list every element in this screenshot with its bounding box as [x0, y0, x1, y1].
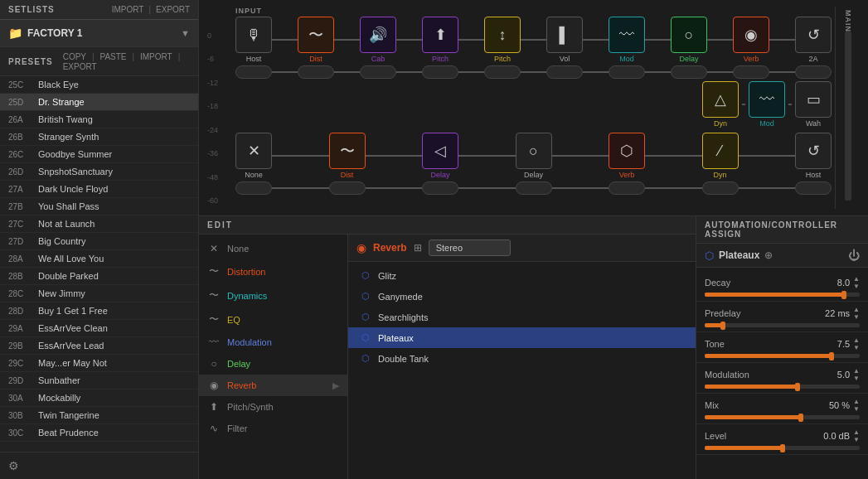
- param-stepper-level[interactable]: ▲▼: [853, 428, 860, 443]
- param-thumb-tone[interactable]: [829, 352, 834, 360]
- fx-cat-reverb[interactable]: ◉Reverb▶: [199, 375, 347, 396]
- setlists-import-button[interactable]: IMPORT: [112, 5, 144, 14]
- param-thumb-mix[interactable]: [798, 414, 803, 422]
- fx-slot-vol[interactable]: ▌Vol: [546, 17, 583, 63]
- fx-slot-pitch2[interactable]: ↕Pitch: [484, 17, 521, 63]
- presets-export-button[interactable]: EXPORT: [63, 62, 97, 71]
- preset-item[interactable]: 27ADark Uncle Floyd: [0, 181, 198, 198]
- bypass-pill[interactable]: [702, 181, 739, 195]
- bypass-pill[interactable]: [360, 65, 396, 79]
- bypass-pill[interactable]: [546, 65, 583, 79]
- preset-item[interactable]: 26BStranger Synth: [0, 128, 198, 146]
- bypass-pill[interactable]: [795, 181, 832, 195]
- fx-preset-searchlights[interactable]: ⬡Searchlights: [348, 307, 696, 327]
- preset-item[interactable]: 29CMay...er May Not: [0, 355, 198, 372]
- preset-item[interactable]: 28AWe All Love You: [0, 250, 198, 268]
- param-thumb-decay[interactable]: [841, 291, 846, 299]
- presets-copy-button[interactable]: COPY: [63, 52, 86, 61]
- bypass-pill[interactable]: [235, 181, 272, 195]
- fx-preset-plateaux[interactable]: ⬡Plateaux: [348, 327, 696, 348]
- param-stepper-tone[interactable]: ▲▼: [853, 336, 860, 351]
- presets-import-button[interactable]: IMPORT: [140, 52, 172, 61]
- setlists-export-button[interactable]: EXPORT: [156, 5, 190, 14]
- fx-slot-none[interactable]: ✕None: [235, 133, 272, 179]
- fx-cat-modulation[interactable]: 〰Modulation: [199, 331, 347, 353]
- preset-item[interactable]: 28DBuy 1 Get 1 Free: [0, 302, 198, 320]
- fx-slot-delay[interactable]: ○Delay: [671, 17, 707, 63]
- fx-slot-verb2[interactable]: ⬡Verb: [609, 133, 645, 179]
- preset-item[interactable]: 27BYou Shall Pass: [0, 198, 198, 215]
- fx-cat-pitch_synth[interactable]: ⬆Pitch/Synth: [199, 396, 347, 418]
- bypass-pill[interactable]: [733, 65, 769, 79]
- bypass-pill[interactable]: [329, 181, 366, 195]
- fx-slot-dist1[interactable]: 〜Dist: [298, 17, 334, 63]
- bypass-pill[interactable]: [609, 181, 645, 195]
- bypass-pill[interactable]: [671, 65, 707, 79]
- bypass-pill[interactable]: [422, 181, 458, 195]
- fx-slot-mod[interactable]: 〰Mod: [609, 17, 645, 63]
- preset-item[interactable]: 28CNew Jimmy: [0, 285, 198, 302]
- param-bar-mix[interactable]: [705, 415, 860, 419]
- fx-cat-none[interactable]: ✕None: [199, 238, 347, 259]
- fx-slot-host[interactable]: 🎙Host: [235, 17, 272, 63]
- preset-item[interactable]: 27CNot at Launch: [0, 215, 198, 233]
- fx-preset-glitz[interactable]: ⬡Glitz: [348, 265, 696, 286]
- preset-item[interactable]: 30AMockabilly: [0, 389, 198, 407]
- preset-item[interactable]: 25DDr. Strange: [0, 94, 198, 111]
- param-thumb-predelay[interactable]: [720, 322, 725, 330]
- bypass-pill[interactable]: [298, 65, 334, 79]
- param-bar-decay[interactable]: [705, 293, 860, 297]
- fx-slot-host2[interactable]: ↺Host: [795, 133, 832, 179]
- preset-item[interactable]: 27DBig Country: [0, 233, 198, 250]
- param-stepper-predelay[interactable]: ▲▼: [853, 306, 860, 321]
- param-stepper-modulation[interactable]: ▲▼: [853, 367, 860, 382]
- fx-slot-dist2[interactable]: 〜Dist: [329, 133, 366, 179]
- preset-item[interactable]: 29AEssArrVee Clean: [0, 320, 198, 337]
- factory-row[interactable]: 📁 FACTORY 1 ▼: [0, 20, 198, 47]
- preset-item[interactable]: 26DSnpshotSanctuary: [0, 163, 198, 181]
- fx-cat-delay[interactable]: ○Delay: [199, 353, 347, 375]
- param-thumb-level[interactable]: [780, 444, 785, 452]
- fx-slot-delay2[interactable]: ◁Delay: [422, 133, 458, 179]
- preset-item[interactable]: 29BEssArrVee Lead: [0, 337, 198, 355]
- fx-cat-distortion[interactable]: 〜Distortion: [199, 259, 347, 283]
- param-thumb-modulation[interactable]: [795, 383, 800, 391]
- bypass-pill[interactable]: [516, 181, 552, 195]
- fx-cat-filter[interactable]: ∿Filter: [199, 418, 347, 439]
- stereo-mode-select[interactable]: Stereo Mono Stereo-Stereo: [429, 240, 511, 256]
- fx-slot-verb[interactable]: ◉Verb: [733, 17, 769, 63]
- link-icon[interactable]: ⊕: [764, 249, 773, 261]
- preset-item[interactable]: 29DSunbather: [0, 372, 198, 389]
- preset-item[interactable]: 26CGoodbye Summer: [0, 146, 198, 163]
- fx-slot-2a[interactable]: ↺2A: [795, 17, 832, 63]
- bypass-pill[interactable]: [422, 65, 458, 79]
- param-bar-level[interactable]: [705, 446, 860, 450]
- power-icon[interactable]: ⏻: [848, 249, 860, 262]
- fx-cat-eq[interactable]: 〜EQ: [199, 307, 347, 331]
- bypass-pill[interactable]: [484, 65, 521, 79]
- fx-preset-double_tank[interactable]: ⬡Double Tank: [348, 348, 696, 369]
- bypass-pill[interactable]: [235, 65, 272, 79]
- param-stepper-decay[interactable]: ▲▼: [853, 275, 860, 290]
- param-stepper-mix[interactable]: ▲▼: [853, 398, 860, 413]
- fx-slot-mod2[interactable]: 〰Mod: [749, 81, 785, 128]
- bypass-pill[interactable]: [609, 65, 645, 79]
- fx-slot-wah[interactable]: ▭Wah: [795, 81, 832, 128]
- gear-icon[interactable]: ⚙: [8, 459, 19, 472]
- fx-slot-delay3[interactable]: ○Delay: [516, 133, 552, 179]
- fx-slot-cab[interactable]: 🔊Cab: [360, 17, 396, 63]
- preset-item[interactable]: 30BTwin Tangerine: [0, 407, 198, 424]
- fx-preset-ganymede[interactable]: ⬡Ganymede: [348, 286, 696, 307]
- grid-icon[interactable]: ⊞: [414, 242, 422, 254]
- param-bar-predelay[interactable]: [705, 323, 860, 327]
- fx-slot-dyn1[interactable]: △Dyn: [702, 81, 739, 128]
- preset-item[interactable]: 25CBlack Eye: [0, 76, 198, 94]
- preset-item[interactable]: 28BDouble Parked: [0, 268, 198, 285]
- fx-slot-pitch1[interactable]: ⬆Pitch: [422, 17, 458, 63]
- param-bar-modulation[interactable]: [705, 385, 860, 389]
- param-bar-tone[interactable]: [705, 354, 860, 358]
- preset-item[interactable]: 26ABritish Twang: [0, 111, 198, 128]
- fx-cat-dynamics[interactable]: 〜Dynamics: [199, 283, 347, 307]
- preset-item[interactable]: 30CBeat Prudence: [0, 424, 198, 442]
- factory-chevron-icon[interactable]: ▼: [181, 28, 190, 38]
